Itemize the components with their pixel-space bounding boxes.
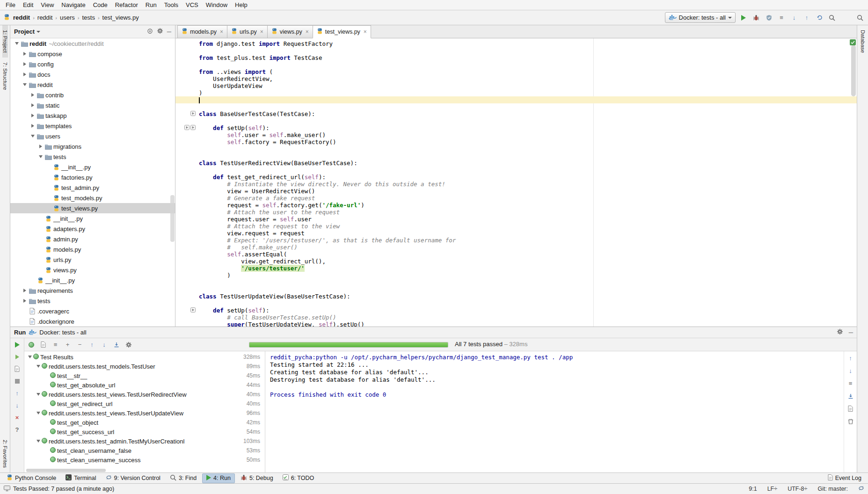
test-item-test-str[interactable]: test__str__ 45ms bbox=[24, 371, 265, 380]
tree-item-docs[interactable]: docs bbox=[10, 69, 175, 80]
scroll-down-icon[interactable]: ↓ bbox=[846, 367, 854, 375]
code-line[interactable] bbox=[175, 300, 857, 307]
expand-arrow-icon[interactable] bbox=[21, 73, 28, 76]
profile-button[interactable]: ≡ bbox=[777, 14, 786, 22]
status-item-lf[interactable]: LF÷ bbox=[767, 486, 777, 492]
tree-item-migrations[interactable]: migrations bbox=[10, 141, 175, 152]
code-line[interactable] bbox=[175, 96, 857, 103]
scroll-end-icon[interactable] bbox=[846, 392, 854, 400]
settings-gear-icon[interactable] bbox=[837, 328, 843, 336]
breadcrumb-item-test-views-py[interactable]: test_views.py bbox=[101, 13, 140, 22]
run-test-gutter-icon[interactable] bbox=[184, 124, 190, 131]
expand-arrow-icon[interactable] bbox=[21, 299, 28, 303]
editor-tab-models-py[interactable]: models.py × bbox=[177, 25, 227, 38]
tree-item-contrib[interactable]: contrib bbox=[10, 90, 175, 100]
test-item-reddit-users-tests-test-models-testuser[interactable]: reddit.users.tests.test_models.TestUser … bbox=[24, 362, 265, 371]
menu-navigate[interactable]: Navigate bbox=[58, 1, 89, 9]
rollback-button[interactable] bbox=[815, 14, 824, 22]
test-item-test-clean-username-false[interactable]: test_clean_username_false 53ms bbox=[24, 446, 265, 455]
hide-panel-icon[interactable]: ─ bbox=[849, 329, 853, 336]
expand-arrow-icon[interactable] bbox=[35, 440, 42, 443]
code-line[interactable]: self.user = self.make_user() bbox=[175, 131, 857, 138]
tree-item-views-py[interactable]: views.py bbox=[10, 265, 175, 275]
code-line[interactable]: super(TestUserUpdateView, self).setUp() bbox=[175, 321, 857, 327]
settings-gear-icon[interactable] bbox=[157, 28, 163, 36]
export-results-icon[interactable] bbox=[112, 341, 120, 349]
test-item-test-get-success-url[interactable]: test_get_success_url 54ms bbox=[24, 427, 265, 436]
tree-item-init-py[interactable]: __init__.py bbox=[10, 213, 175, 224]
code-line[interactable]: # Expect: '/users/testuser/', as that is… bbox=[175, 237, 857, 244]
close-tab-icon[interactable]: × bbox=[259, 29, 263, 35]
show-passed-icon[interactable] bbox=[27, 341, 35, 349]
code-line[interactable]: # call BaseUserTestCase.setUp() bbox=[175, 314, 857, 321]
toggle-output-icon[interactable] bbox=[13, 365, 21, 373]
project-tree-scrollbar[interactable] bbox=[170, 195, 175, 242]
toolwindow-button-project[interactable]: 1: Project bbox=[2, 25, 8, 58]
tree-item-adapters-py[interactable]: adapters.py bbox=[10, 224, 175, 234]
locate-file-icon[interactable] bbox=[147, 28, 153, 36]
print-icon[interactable] bbox=[846, 405, 854, 413]
run-test-gutter-icon[interactable] bbox=[190, 124, 196, 131]
toolwindow-button-3-find[interactable]: 3: Find bbox=[166, 473, 200, 483]
breadcrumb-item-tests[interactable]: tests bbox=[80, 13, 96, 22]
code-line[interactable]: from ..views import ( bbox=[175, 68, 857, 75]
code-line[interactable]: ) bbox=[175, 89, 857, 96]
menu-code[interactable]: Code bbox=[89, 1, 111, 9]
toolwindow-button-python-console[interactable]: Python Console bbox=[3, 473, 60, 483]
run-with-coverage-button[interactable] bbox=[765, 14, 773, 22]
toolwindow-button-4-run[interactable]: 4: Run bbox=[202, 473, 235, 483]
status-item-utf-8[interactable]: UTF-8÷ bbox=[788, 486, 807, 492]
menu-run[interactable]: Run bbox=[142, 1, 160, 9]
status-item-git-master[interactable]: Git: master: bbox=[817, 486, 848, 492]
close-tab-icon[interactable]: × bbox=[219, 29, 223, 35]
tree-item-taskapp[interactable]: taskapp bbox=[10, 110, 175, 121]
toolwindow-button-5-debug[interactable]: 5: Debug bbox=[237, 473, 277, 483]
expand-arrow-icon[interactable] bbox=[35, 412, 42, 414]
git-branch-icon[interactable] bbox=[858, 485, 864, 493]
tree-item-urls-py[interactable]: urls.py bbox=[10, 254, 175, 265]
tree-item-dockerignore[interactable]: .dockerignore bbox=[10, 316, 175, 327]
tree-item-models-py[interactable]: models.py bbox=[10, 244, 175, 254]
code-line[interactable] bbox=[175, 167, 857, 174]
toolwindow-button-terminal[interactable]: Terminal bbox=[62, 473, 100, 483]
code-line[interactable]: class TestUserUpdateView(BaseUserTestCas… bbox=[175, 293, 857, 300]
code-line[interactable]: view.get_redirect_url(), bbox=[175, 258, 857, 265]
code-line[interactable] bbox=[175, 103, 857, 110]
status-item-9-1[interactable]: 9:1 bbox=[749, 486, 757, 492]
close-button[interactable]: × bbox=[13, 414, 21, 421]
commit-changes-button[interactable]: ↑ bbox=[802, 14, 811, 22]
stop-button[interactable] bbox=[13, 377, 21, 385]
code-line[interactable]: view.request = request bbox=[175, 230, 857, 237]
menu-vcs[interactable]: VCS bbox=[182, 1, 202, 9]
expand-arrow-icon[interactable] bbox=[29, 124, 36, 128]
code-line[interactable] bbox=[175, 279, 857, 286]
test-item-test-get-redirect-url[interactable]: test_get_redirect_url 40ms bbox=[24, 399, 265, 408]
editor-tab-test-views-py[interactable]: test_views.py × bbox=[313, 25, 371, 38]
hide-panel-icon[interactable]: ─ bbox=[167, 28, 171, 35]
toolwindow-button-database[interactable]: Database bbox=[860, 25, 866, 58]
expand-arrow-icon[interactable] bbox=[29, 93, 36, 97]
sort-alphabetically-icon[interactable]: ≡ bbox=[51, 341, 59, 349]
tree-item-init-py[interactable]: __init__.py bbox=[10, 162, 175, 172]
tree-item-init-py[interactable]: __init__.py bbox=[10, 275, 175, 285]
expand-arrow-icon[interactable] bbox=[37, 155, 44, 158]
expand-arrow-icon[interactable] bbox=[29, 135, 36, 138]
code-line[interactable]: # Attach the user to the request bbox=[175, 209, 857, 216]
code-line[interactable]: UserRedirectView, bbox=[175, 75, 857, 82]
tree-item-test-models-py[interactable]: test_models.py bbox=[10, 193, 175, 203]
code-line[interactable]: '/users/testuser/' bbox=[175, 265, 857, 272]
menu-help[interactable]: Help bbox=[231, 1, 251, 9]
clear-console-icon[interactable] bbox=[846, 417, 854, 425]
toolwindow-button-structure[interactable]: 7: Structure bbox=[2, 58, 8, 94]
breadcrumb-item-reddit[interactable]: reddit bbox=[36, 13, 54, 22]
test-item-test-results[interactable]: Test Results 328ms bbox=[24, 352, 265, 362]
help-button[interactable]: ? bbox=[13, 426, 21, 434]
tree-item-reddit[interactable]: reddit bbox=[10, 80, 175, 90]
code-line[interactable]: def setUp(self): bbox=[175, 124, 857, 131]
tree-item-users[interactable]: users bbox=[10, 131, 175, 141]
close-tab-icon[interactable]: × bbox=[305, 29, 309, 35]
tree-item-test-views-py[interactable]: test_views.py bbox=[10, 203, 175, 213]
expand-arrow-icon[interactable] bbox=[37, 145, 44, 148]
code-line[interactable]: # Instantiate the view directly. Never d… bbox=[175, 181, 857, 188]
update-project-button[interactable]: ↓ bbox=[790, 14, 798, 22]
